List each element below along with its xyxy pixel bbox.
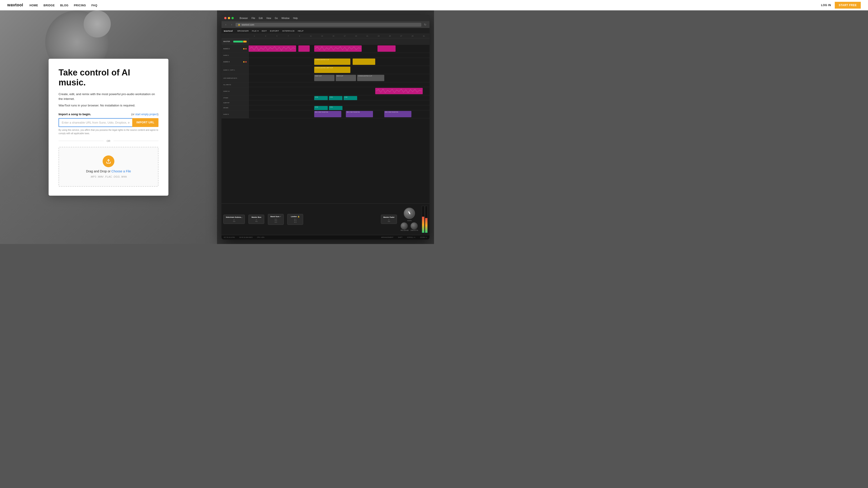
gain-section: GAIN RELEASE SMOOTH xyxy=(401,207,418,231)
address-bar[interactable]: 🔒 wavtool.com xyxy=(236,23,421,27)
nav-home[interactable]: HOME xyxy=(30,4,38,7)
upload-icon xyxy=(103,156,114,167)
audio-clip[interactable]: BBS CYMB TRANSITION xyxy=(314,111,341,117)
nav-blog[interactable]: BLOG xyxy=(60,4,68,7)
signal-port: Out xyxy=(251,221,262,222)
signal-port: In 1 xyxy=(270,219,281,220)
audio-clip[interactable] xyxy=(377,45,396,52)
audio-clip[interactable] xyxy=(298,45,310,52)
mac-menu-go: Go xyxy=(275,17,278,20)
vu-fill-right xyxy=(425,218,428,233)
audio-clip[interactable]: NEW CLIP xyxy=(314,75,335,81)
ruler-mark: 23 xyxy=(373,35,384,37)
app-menu-file[interactable]: FILE ▾ xyxy=(252,30,259,32)
track-content-sampler[interactable]: NEW CLIP NEW CLIP CONSOLIDATED CLIP xyxy=(249,74,430,82)
track-row-audio3: AUDIO 3 xyxy=(221,53,430,58)
audio-clip[interactable]: SYNC xyxy=(314,96,328,100)
audio-clip[interactable]: SYNC xyxy=(314,106,328,110)
level-bar-yellow xyxy=(243,41,247,42)
track-content-audio13[interactable] xyxy=(249,87,430,95)
signal-node-title: Limiter 🔒 xyxy=(290,216,301,218)
ruler-mark: 29 xyxy=(407,35,418,37)
app-menu-edit[interactable]: EDIT xyxy=(262,30,267,32)
drop-zone[interactable]: Drag and Drop or Choose a File .MP3 .WAV… xyxy=(59,147,158,187)
vu-meter-left xyxy=(422,206,425,233)
ruler-mark: 7 xyxy=(283,35,294,37)
site-logo: wavtool xyxy=(7,3,23,7)
audio-clip[interactable] xyxy=(249,45,296,52)
track-label-audio2: AUDIO 2 xyxy=(221,45,249,53)
hero-desc1: Create, edit, and remix with the most po… xyxy=(59,92,158,101)
track-label-all-inputs: ALL INPUTS xyxy=(221,82,249,87)
divider-or-text: OR xyxy=(107,140,111,142)
signal-port: In 3 xyxy=(290,222,301,223)
status-scroll: SCROLL +/- xyxy=(407,236,416,238)
track-content-audio4-copy[interactable]: CONSOLIDATED LIMIT CLIP xyxy=(249,66,430,74)
ruler-mark: 17 xyxy=(339,35,350,37)
audio-clip[interactable] xyxy=(375,88,423,94)
vu-fill-left xyxy=(422,217,424,233)
audio-clip[interactable] xyxy=(314,45,362,52)
track-label-audio13: AUDIO 13 xyxy=(221,87,249,95)
import-url-button[interactable]: IMPORT URL xyxy=(132,118,158,127)
choose-file-link[interactable]: Choose a File xyxy=(112,169,131,173)
audio-clip[interactable]: SYNC xyxy=(329,106,342,110)
mac-minimize-dot xyxy=(228,17,230,19)
master-level xyxy=(233,41,247,42)
track-content-other[interactable]: SYNC SYNC SYNC xyxy=(249,95,430,100)
mac-menu-help: Help xyxy=(293,17,298,20)
status-position: 817.81.81.6763 xyxy=(224,236,235,238)
app-menu-interface[interactable]: INTERFACE xyxy=(282,30,294,32)
right-panel: Browser File Edit View Go Window Help ‹ … xyxy=(217,10,434,244)
vu-meters xyxy=(422,206,428,233)
mac-menu-view: View xyxy=(266,17,271,20)
ruler-mark: 31 xyxy=(418,35,430,37)
start-empty-link[interactable]: start empty project xyxy=(135,113,158,116)
nav-faq[interactable]: FAQ xyxy=(91,4,97,7)
nav-bridge[interactable]: BRIDGE xyxy=(43,4,55,7)
status-time: 00:00:32.884.8823 xyxy=(239,236,252,238)
audio-clip[interactable]: BBS CYMB TRANSITION xyxy=(346,111,373,117)
back-button[interactable]: ‹ xyxy=(224,23,228,27)
gain-knob[interactable] xyxy=(404,207,415,219)
track-content-drums[interactable]: SYNC SYNC xyxy=(249,105,430,110)
forward-button[interactable]: › xyxy=(230,23,234,27)
url-input-row: IMPORT URL xyxy=(59,118,158,127)
track-row-audio13: AUDIO 13 xyxy=(221,87,430,95)
app-menu-export[interactable]: EXPORT xyxy=(270,30,279,32)
release-knob[interactable] xyxy=(401,222,408,230)
track-content-audio4[interactable]: CONSOLIDATED CLIP xyxy=(249,58,430,66)
audio-clip[interactable]: BBS CYMB TRANSITION xyxy=(384,111,411,117)
mac-titlebar: Browser File Edit View Go Window Help xyxy=(221,15,430,21)
app-menu-help[interactable]: HELP xyxy=(298,30,304,32)
smooth-knob[interactable] xyxy=(410,222,418,230)
divider-line-left xyxy=(59,141,103,141)
import-alt: (or start empty project) xyxy=(131,113,158,116)
signal-port: In 2 xyxy=(290,220,301,221)
left-panel: Take control of AI music. Create, edit, … xyxy=(0,10,217,244)
audio-clip[interactable]: CONSOLIDATED LIMIT CLIP xyxy=(314,67,350,73)
nav-left: wavtool HOME BRIDGE BLOG PRICING FAQ xyxy=(7,3,97,7)
mac-maximize-dot xyxy=(231,17,234,19)
drop-text: Drag and Drop or Choose a File xyxy=(86,169,131,173)
track-label-audio9: AUDIO 9 xyxy=(221,110,249,118)
signal-port: In xyxy=(383,219,395,221)
audio-clip[interactable]: CONSOLIDATED CLIP xyxy=(357,75,384,81)
audio-clip[interactable]: SYNC xyxy=(344,96,357,100)
audio-clip[interactable]: CONSOLIDATED CLIP xyxy=(314,59,350,65)
app-menu-browser[interactable]: BROWSER xyxy=(238,30,249,32)
track-content-subtitip xyxy=(249,100,430,105)
track-content-audio2[interactable] xyxy=(249,45,430,53)
lock-icon: 🔒 xyxy=(238,24,240,26)
track-content-audio9[interactable]: BBS CYMB TRANSITION BBS CYMB TRANSITION … xyxy=(249,110,430,118)
track-row-master: MASTER xyxy=(221,38,430,45)
track-label-audio4-copy: AUDIO 4 - COPY 1 xyxy=(221,66,249,74)
mac-close-dot xyxy=(224,17,226,19)
url-input[interactable] xyxy=(59,118,132,127)
release-label: RELEASE xyxy=(401,230,409,231)
audio-clip[interactable] xyxy=(352,59,375,65)
audio-clip[interactable]: SYNC xyxy=(329,96,342,100)
audio-clip[interactable]: NEW CLIP xyxy=(336,75,356,81)
refresh-button[interactable]: ↻ xyxy=(423,23,427,27)
nav-pricing[interactable]: PRICING xyxy=(74,4,86,7)
